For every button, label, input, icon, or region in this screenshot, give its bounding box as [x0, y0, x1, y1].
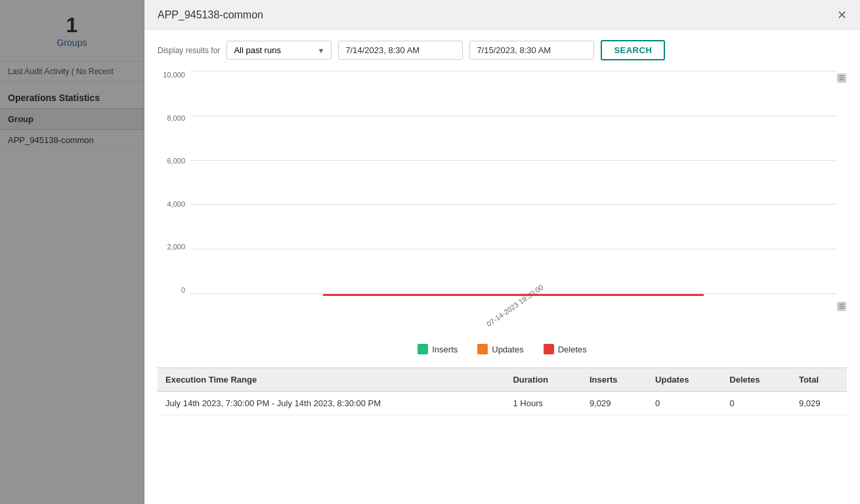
chart-bars-area — [190, 71, 836, 294]
table-cell: 0 — [647, 392, 721, 415]
table-cell: 0 — [721, 392, 791, 415]
chart-y-axis: 10,0008,0006,0004,0002,0000 — [158, 71, 190, 314]
scroll-down-button[interactable]: ☰ — [837, 302, 846, 311]
scroll-up-button[interactable]: ☰ — [837, 74, 846, 83]
table-header-row: Execution Time RangeDurationInsertsUpdat… — [158, 368, 847, 392]
table-column-header: Duration — [505, 368, 581, 392]
modal-header: APP_945138-common ✕ — [144, 0, 860, 30]
table-column-header: Inserts — [582, 368, 647, 392]
legend-swatch — [477, 344, 488, 354]
date-start-input[interactable] — [338, 41, 463, 60]
table-column-header: Total — [791, 368, 847, 392]
legend-label: Inserts — [432, 345, 458, 354]
modal-body: Display results for All past runs ▼ SEAR… — [144, 30, 860, 504]
run-select[interactable]: All past runs ▼ — [226, 41, 332, 60]
y-axis-label: 4,000 — [167, 200, 185, 208]
chart-container: 10,0008,0006,0004,0002,0000 — [158, 71, 847, 331]
legend-swatch — [418, 344, 428, 354]
table-body: July 14th 2023, 7:30:00 PM - July 14th 2… — [158, 392, 847, 415]
chart-plot-area — [190, 71, 836, 314]
legend-item: Updates — [477, 344, 523, 354]
table-cell: July 14th 2023, 7:30:00 PM - July 14th 2… — [158, 392, 505, 415]
chart-legend: InsertsUpdatesDeletes — [158, 344, 847, 354]
modal-title: APP_945138-common — [158, 9, 263, 21]
table-column-header: Updates — [647, 368, 721, 392]
y-axis-label: 0 — [181, 286, 185, 294]
filter-row: Display results for All past runs ▼ SEAR… — [158, 40, 847, 60]
legend-label: Updates — [492, 345, 523, 354]
legend-swatch — [544, 344, 554, 354]
table-cell: 9,029 — [582, 392, 647, 415]
table-cell: 9,029 — [791, 392, 847, 415]
legend-item: Inserts — [418, 344, 458, 354]
search-button[interactable]: SEARCH — [601, 40, 665, 60]
modal-close-button[interactable]: ✕ — [837, 9, 847, 21]
y-axis-label: 6,000 — [167, 157, 185, 165]
table-column-header: Deletes — [721, 368, 791, 392]
chevron-down-icon: ▼ — [317, 47, 324, 54]
chart-scrollbar: ☰ ☰ — [836, 71, 847, 314]
y-axis-label: 10,000 — [163, 71, 185, 79]
modal-dialog: APP_945138-common ✕ Display results for … — [144, 0, 860, 504]
filter-label: Display results for — [158, 46, 220, 55]
table-column-header: Execution Time Range — [158, 368, 505, 392]
y-axis-label: 8,000 — [167, 114, 185, 122]
legend-item: Deletes — [544, 344, 587, 354]
y-axis-label: 2,000 — [167, 243, 185, 251]
table-row: July 14th 2023, 7:30:00 PM - July 14th 2… — [158, 392, 847, 415]
run-select-value: All past runs — [234, 45, 281, 55]
chart-inner: 10,0008,0006,0004,0002,0000 — [158, 71, 847, 314]
table-cell: 1 Hours — [505, 392, 581, 415]
legend-label: Deletes — [558, 345, 587, 354]
date-end-input[interactable] — [469, 41, 594, 60]
x-axis-label-container: 07-14-2023 19:30:00 — [158, 314, 847, 331]
data-table: Execution Time RangeDurationInsertsUpdat… — [158, 368, 847, 415]
